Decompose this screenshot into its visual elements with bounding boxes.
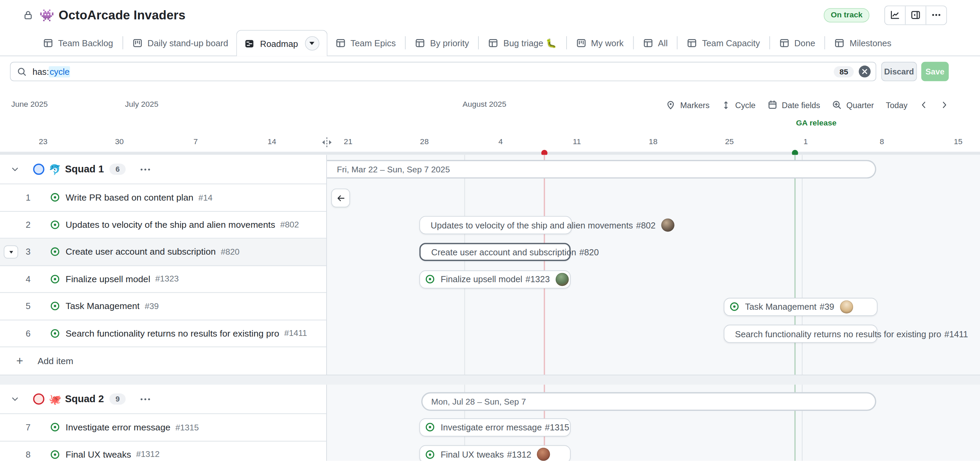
collapse-group-chevron[interactable] bbox=[11, 395, 19, 404]
item-title[interactable]: Updates to velocity of the ship and alie… bbox=[66, 220, 275, 230]
panel-resize-handle[interactable] bbox=[320, 137, 334, 148]
table-row-4[interactable]: 4 Finalize upsell model #1323 bbox=[0, 266, 326, 293]
table-icon bbox=[779, 38, 789, 48]
chevron-down-icon bbox=[310, 42, 315, 45]
item-title[interactable]: Search functionality returns no results … bbox=[66, 328, 279, 338]
item-number: #802 bbox=[280, 220, 299, 230]
tab-team-backlog[interactable]: Team Backlog bbox=[35, 30, 121, 55]
close-icon bbox=[862, 69, 868, 74]
tab-bug-triage[interactable]: Bug triage 🐛 bbox=[480, 30, 565, 55]
week-tick: 15 bbox=[940, 137, 977, 146]
item-title[interactable]: Investigate error message bbox=[66, 422, 170, 432]
item-title[interactable]: Write PR based on content plan bbox=[66, 192, 194, 202]
open-issue-icon bbox=[50, 328, 60, 338]
group-header-squad-2[interactable]: 🐙 Squad 2 9 bbox=[0, 385, 326, 414]
week-tick: 8 bbox=[863, 137, 901, 146]
tab-done[interactable]: Done bbox=[771, 30, 823, 55]
scroll-next-button[interactable] bbox=[940, 101, 949, 109]
assignee-avatar[interactable] bbox=[840, 300, 853, 314]
project-emoji: 👾 bbox=[40, 8, 54, 22]
group-menu-button[interactable] bbox=[141, 168, 150, 170]
iteration-color-dot bbox=[33, 163, 44, 175]
project-menu-button[interactable] bbox=[926, 6, 946, 24]
tab-team-epics[interactable]: Team Epics bbox=[327, 30, 404, 55]
group-emoji: 🐙 bbox=[49, 393, 61, 405]
date-fields-menu[interactable]: Date fields bbox=[767, 100, 820, 110]
tab-separator bbox=[824, 36, 825, 50]
week-tick: 18 bbox=[634, 137, 672, 146]
open-issue-icon bbox=[425, 422, 435, 432]
roadmap-bar-1323[interactable]: Finalize upsell model #1323 bbox=[419, 270, 570, 288]
table-row-2[interactable]: 2 Updates to velocity of the ship and al… bbox=[0, 211, 326, 239]
zoom-in-icon bbox=[832, 100, 842, 110]
clear-filter-button[interactable] bbox=[859, 66, 871, 78]
row-number: 6 bbox=[17, 328, 40, 338]
add-item-row[interactable]: + Add item bbox=[0, 347, 326, 374]
collapse-sidebar-button[interactable] bbox=[905, 6, 926, 24]
week-tick: 25 bbox=[711, 137, 748, 146]
row-menu-button[interactable] bbox=[4, 246, 18, 259]
roadmap-bar-1312[interactable]: Final UX tweaks #1312 bbox=[419, 445, 570, 461]
arrow-left-icon bbox=[336, 193, 345, 203]
discard-button[interactable]: Discard bbox=[881, 62, 917, 81]
assignee-avatar[interactable] bbox=[555, 272, 569, 286]
table-row-6[interactable]: 6 Search functionality returns no result… bbox=[0, 320, 326, 347]
tab-by-priority[interactable]: By priority bbox=[407, 30, 477, 55]
roadmap-bar-802[interactable]: Updates to velocity of the ship and alie… bbox=[419, 216, 572, 234]
table-row-8[interactable]: 8 Final UX tweaks #1312 bbox=[0, 441, 326, 461]
group-menu-button[interactable] bbox=[141, 398, 150, 400]
item-title[interactable]: Create user account and subscription bbox=[66, 247, 216, 257]
assignee-avatar[interactable] bbox=[537, 448, 550, 461]
tab-all[interactable]: All bbox=[635, 30, 676, 55]
row-number: 8 bbox=[17, 450, 40, 459]
tab-team-capacity[interactable]: Team Capacity bbox=[679, 30, 768, 55]
chevron-down-icon bbox=[9, 251, 13, 253]
table-row-3-selected[interactable]: 3 Create user account and subscription #… bbox=[0, 239, 326, 266]
item-title[interactable]: Final UX tweaks bbox=[66, 450, 131, 459]
save-button[interactable]: Save bbox=[921, 62, 949, 81]
status-badge[interactable]: On track bbox=[824, 8, 869, 22]
week-tick: 28 bbox=[406, 137, 443, 146]
group-header-squad-1[interactable]: 🐬 Squad 1 6 bbox=[0, 155, 326, 184]
group-emoji: 🐬 bbox=[49, 163, 61, 175]
table-row-5[interactable]: 5 Task Management #39 bbox=[0, 293, 326, 320]
open-issue-icon bbox=[50, 192, 60, 202]
tab-daily-standup-board[interactable]: Daily stand-up board bbox=[124, 30, 236, 55]
tab-my-work[interactable]: My work bbox=[568, 30, 632, 55]
scroll-prev-button[interactable] bbox=[920, 101, 928, 109]
board-icon bbox=[576, 38, 586, 48]
group-date-range-pill[interactable]: Mon, Jul 28 – Sun, Sep 7 bbox=[421, 392, 876, 411]
filter-value-highlighted: cycle bbox=[49, 66, 70, 77]
roadmap-bar-820-selected[interactable]: Create user account and subscription #82… bbox=[419, 243, 570, 261]
table-icon bbox=[687, 38, 697, 48]
roadmap-bar-1411[interactable]: Search functionality returns no results … bbox=[724, 325, 878, 343]
roadmap-bar-39[interactable]: Task Management #39 bbox=[724, 298, 878, 315]
assignee-avatar[interactable] bbox=[661, 219, 675, 232]
item-title[interactable]: Task Management bbox=[66, 301, 140, 311]
item-table-panel: 🐬 Squad 1 6 1 Write PR based on content … bbox=[0, 155, 327, 461]
tab-separator bbox=[677, 36, 678, 50]
filter-input[interactable]: has:cycle 85 bbox=[10, 62, 876, 81]
row-number: 3 bbox=[17, 247, 40, 257]
tab-milestones[interactable]: Milestones bbox=[827, 30, 900, 55]
group-date-range-pill[interactable]: Fri, Mar 22 – Sun, Sep 7 2025 bbox=[327, 160, 876, 179]
insights-button[interactable] bbox=[885, 6, 905, 24]
collapse-group-chevron[interactable] bbox=[11, 165, 19, 174]
today-button[interactable]: Today bbox=[886, 100, 907, 110]
item-number: #1315 bbox=[175, 423, 199, 432]
roadmap-bar-1315[interactable]: Investigate error message #1315 bbox=[419, 418, 570, 436]
tab-options-button[interactable] bbox=[305, 36, 319, 51]
tab-separator bbox=[769, 36, 770, 50]
zoom-level-menu[interactable]: Quarter bbox=[832, 100, 874, 110]
group-name: Squad 1 bbox=[65, 163, 104, 175]
table-icon bbox=[336, 38, 345, 48]
search-icon bbox=[17, 67, 27, 76]
scroll-to-bar-button[interactable] bbox=[331, 189, 350, 208]
table-row-7[interactable]: 7 Investigate error message #1315 bbox=[0, 414, 326, 441]
item-title[interactable]: Finalize upsell model bbox=[66, 274, 150, 284]
marker-label[interactable]: GA release bbox=[772, 119, 860, 127]
tab-roadmap-active[interactable]: Roadmap bbox=[237, 30, 328, 56]
markers-menu[interactable]: Markers bbox=[666, 100, 710, 110]
sort-cycle-menu[interactable]: Cycle bbox=[721, 100, 756, 110]
table-row-1[interactable]: 1 Write PR based on content plan #14 bbox=[0, 184, 326, 211]
